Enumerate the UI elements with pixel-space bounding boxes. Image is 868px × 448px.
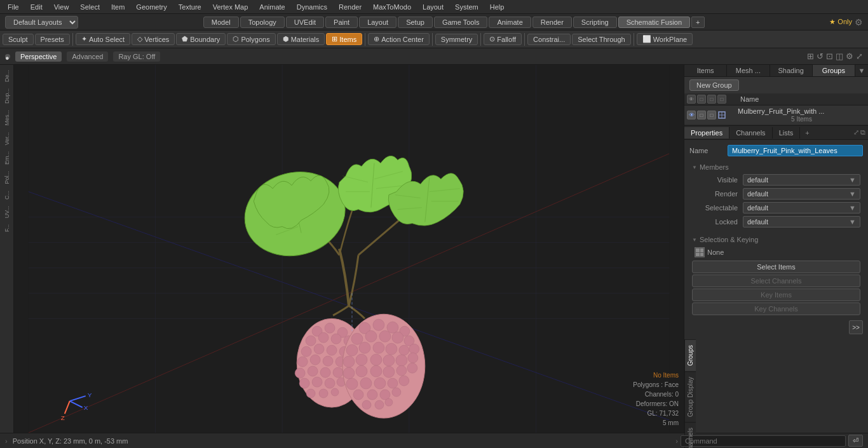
vertices-button[interactable]: ◇ Vertices <box>132 33 175 45</box>
menu-edit[interactable]: Edit <box>25 2 48 12</box>
selectable-dropdown[interactable]: default ▼ <box>743 202 860 214</box>
symmetry-button[interactable]: Symmetry <box>435 34 478 45</box>
viewport-dot[interactable]: ● <box>5 54 10 59</box>
rp-tab-items[interactable]: Items <box>684 65 727 76</box>
rp-tab-groups[interactable]: Groups <box>813 65 855 76</box>
viewport-icon-rotate[interactable]: ↺ <box>817 51 824 61</box>
menu-view[interactable]: View <box>49 2 74 12</box>
vert-tab-groups[interactable]: Groups <box>685 339 696 371</box>
menu-file[interactable]: File <box>3 2 24 12</box>
ls-item-0[interactable]: De... <box>3 67 11 85</box>
settings-icon[interactable]: ⚙ <box>855 17 863 27</box>
col-icon-1[interactable]: □ <box>697 95 706 104</box>
materials-button[interactable]: ⬢ Materials <box>277 33 325 45</box>
workplane-button[interactable]: ⬜ WorkPlane <box>637 33 693 45</box>
ls-item-6[interactable]: C... <box>3 188 11 202</box>
select-channels-button[interactable]: Select Channels <box>692 275 860 287</box>
group-icon-eye[interactable]: 👁 <box>687 111 696 119</box>
menu-animate[interactable]: Animate <box>254 2 290 12</box>
star-only-label[interactable]: ★ Only <box>829 18 852 26</box>
tab-topology[interactable]: Topology <box>240 17 285 28</box>
new-group-button[interactable]: New Group <box>689 79 739 91</box>
action-center-button[interactable]: ⊕ Action Center <box>368 33 430 45</box>
visible-dropdown[interactable]: default ▼ <box>743 174 860 186</box>
expand-button[interactable]: >> <box>849 320 863 334</box>
ls-item-3[interactable]: Ver... <box>3 130 11 148</box>
group-row[interactable]: 👁 □ □ Mulberry_Fruit_Pink_with ... 5 Ite… <box>684 105 868 125</box>
vert-tab-group-display[interactable]: Group Display <box>685 371 696 422</box>
key-channels-button[interactable]: Key Channels <box>692 302 860 315</box>
viewport-icon-grid[interactable]: ⊞ <box>807 51 814 61</box>
ls-item-1[interactable]: Dup... <box>3 86 11 106</box>
tab-animate[interactable]: Animate <box>489 17 531 28</box>
tab-paint[interactable]: Paint <box>325 17 358 28</box>
props-tab-lists[interactable]: Lists <box>773 127 801 139</box>
auto-select-button[interactable]: ✦ Auto Select <box>76 33 130 45</box>
rp-tab-shading[interactable]: Shading <box>770 65 813 76</box>
select-through-button[interactable]: Select Through <box>572 34 630 45</box>
viewport-icon-display[interactable]: ◫ <box>836 51 843 61</box>
layout-add-button[interactable]: + <box>691 17 704 28</box>
col-icon-2[interactable]: □ <box>707 95 716 104</box>
props-tab-add[interactable]: + <box>800 127 814 139</box>
props-tab-channels[interactable]: Channels <box>729 127 772 139</box>
menu-help[interactable]: Help <box>485 2 510 12</box>
viewport[interactable]: Y X Z No Items Polygons : Face Channels:… <box>14 65 684 433</box>
menu-dynamics[interactable]: Dynamics <box>292 2 332 12</box>
group-icon-1[interactable]: □ <box>697 111 706 119</box>
ls-item-2[interactable]: Mes... <box>3 107 11 128</box>
locked-dropdown[interactable]: default ▼ <box>743 216 860 227</box>
tab-model[interactable]: Model <box>203 17 239 28</box>
props-icon-expand[interactable]: ⤢ <box>853 128 859 137</box>
menu-select[interactable]: Select <box>75 2 105 12</box>
col-icon-3[interactable]: □ <box>717 95 726 104</box>
rp-tab-dropdown-arrow[interactable]: ▼ <box>855 65 868 76</box>
ls-item-4[interactable]: Em... <box>3 149 11 167</box>
render-dropdown[interactable]: default ▼ <box>743 188 860 200</box>
viewport-perspective[interactable]: Perspective <box>15 51 62 62</box>
menu-system[interactable]: System <box>450 2 484 12</box>
ls-item-7[interactable]: UV... <box>3 203 11 221</box>
viewport-ray-gl[interactable]: Ray GL: Off <box>113 51 160 62</box>
viewport-icon-camera[interactable]: ⊡ <box>826 51 833 61</box>
tab-render[interactable]: Render <box>532 17 572 28</box>
status-right-arrow[interactable]: › <box>675 437 678 445</box>
props-icon-settings[interactable]: ⧉ <box>860 128 865 137</box>
tab-schematic-fusion[interactable]: Schematic Fusion <box>618 17 690 28</box>
viewport-icon-maximize[interactable]: ⤢ <box>856 51 863 61</box>
ls-item-5[interactable]: Pol... <box>3 168 11 187</box>
vert-tab-user-channels[interactable]: User Channels <box>685 422 696 448</box>
tab-game-tools[interactable]: Game Tools <box>434 17 488 28</box>
layout-dropdown[interactable]: Default Layouts <box>5 16 78 29</box>
menu-geometry[interactable]: Geometry <box>131 2 172 12</box>
rp-tab-mesh[interactable]: Mesh ... <box>727 65 770 76</box>
menu-render[interactable]: Render <box>334 2 367 12</box>
tab-layout[interactable]: Layout <box>359 17 397 28</box>
status-arrow[interactable]: › <box>5 437 8 445</box>
group-icon-2[interactable]: □ <box>707 111 716 119</box>
props-tab-properties[interactable]: Properties <box>684 127 729 139</box>
menu-vertex-map[interactable]: Vertex Map <box>208 2 254 12</box>
select-items-button[interactable]: Select Items <box>692 261 860 273</box>
ls-item-8[interactable]: F... <box>3 222 11 234</box>
menu-item[interactable]: Item <box>106 2 130 12</box>
boundary-button[interactable]: ⬟ Boundary <box>176 33 226 45</box>
constraints-button[interactable]: Constrai... <box>527 34 571 45</box>
menu-layout[interactable]: Layout <box>417 2 449 12</box>
viewport-advanced[interactable]: Advanced <box>67 51 108 62</box>
menu-texture[interactable]: Texture <box>173 2 207 12</box>
menu-maxtomodo[interactable]: MaxToModo <box>368 2 416 12</box>
tab-uvedit[interactable]: UVEdit <box>286 17 324 28</box>
col-icon-eye[interactable]: 👁 <box>687 95 696 104</box>
presets-button[interactable]: Presets <box>35 34 70 45</box>
items-button[interactable]: ⊞ Items <box>326 33 362 45</box>
viewport-icon-settings[interactable]: ⚙ <box>846 51 853 61</box>
falloff-button[interactable]: ⊙ Falloff <box>484 33 522 45</box>
tab-scripting[interactable]: Scripting <box>573 17 617 28</box>
sculpt-button[interactable]: Sculpt <box>3 34 34 45</box>
command-input[interactable] <box>681 435 846 447</box>
command-go-button[interactable]: ⏎ <box>848 435 863 447</box>
key-items-button[interactable]: Key Items <box>692 288 860 301</box>
polygons-button[interactable]: ⬡ Polygons <box>227 33 275 45</box>
tab-setup[interactable]: Setup <box>398 17 433 28</box>
